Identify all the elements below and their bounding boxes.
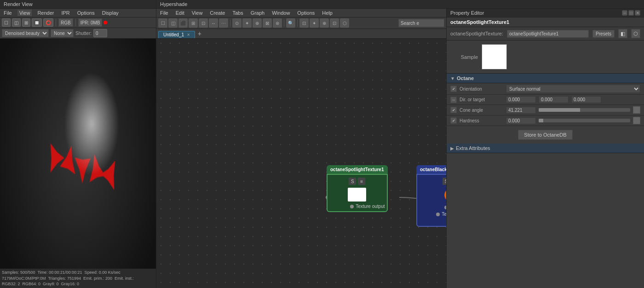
cone-value-field[interactable] bbox=[506, 107, 536, 114]
tb-btn-2[interactable]: ◫ bbox=[12, 18, 21, 27]
menu-ipr[interactable]: IPR bbox=[59, 10, 71, 16]
dir-target-check[interactable] bbox=[450, 97, 457, 103]
prop-name-row: octaneSpotlightTexture: Presets ◧ ⬡ bbox=[447, 27, 644, 40]
hypershade-toolbar: ☐ ◫ ⬛ ⊞ ⊡ ↔ ⋯ ⊙ ✦ ⊕ ⊠ ⊛ 🔍 ⊡ bbox=[156, 17, 446, 29]
cone-check[interactable] bbox=[450, 107, 457, 113]
render-view-title: Render View bbox=[0, 0, 156, 9]
hs-btn-16[interactable]: ⊡ bbox=[330, 18, 339, 28]
dir-y-field[interactable] bbox=[539, 96, 569, 103]
hs-btn-4[interactable]: ⊞ bbox=[189, 18, 198, 28]
hs-btn-8[interactable]: ⊙ bbox=[232, 18, 242, 28]
render-image: (function() { var c = document.getElemen… bbox=[0, 39, 156, 269]
hs-menu-window[interactable]: Window bbox=[270, 10, 292, 16]
node-name-input[interactable] bbox=[507, 30, 589, 38]
dir-x-field[interactable] bbox=[506, 96, 536, 103]
win-close[interactable]: ✕ bbox=[635, 10, 640, 16]
hs-btn-15[interactable]: ⊕ bbox=[320, 18, 329, 28]
right-section: Hypershade File Edit View Create Tabs Gr… bbox=[156, 0, 644, 288]
menu-display[interactable]: Display bbox=[100, 10, 121, 16]
render-status: Samples: 500/500 Time: 00:00:21/00:00:21… bbox=[0, 269, 156, 288]
hardness-label: Hardness bbox=[460, 118, 503, 123]
hs-menu-edit[interactable]: Edit bbox=[174, 10, 186, 16]
prop-icon-btn-2[interactable]: ⬡ bbox=[631, 29, 640, 38]
spotlight-preview bbox=[348, 188, 366, 202]
hs-btn-12[interactable]: ⊛ bbox=[273, 18, 282, 28]
beauty-dropdown[interactable]: Denoised beauty bbox=[2, 29, 49, 37]
hs-menu-graph[interactable]: Graph bbox=[249, 10, 267, 16]
hs-btn-6[interactable]: ↔ bbox=[209, 18, 218, 28]
tb-btn-5[interactable]: ⭕ bbox=[43, 18, 53, 27]
menu-render[interactable]: Render bbox=[35, 10, 56, 16]
render-toolbar2: Denoised beauty None Shutter: bbox=[0, 28, 156, 39]
octane-arrow-icon: ▼ bbox=[450, 76, 455, 81]
blackbody-icons: S ≡ bbox=[419, 177, 446, 186]
dir-z-field[interactable] bbox=[571, 96, 601, 103]
hs-menu-view[interactable]: View bbox=[190, 10, 205, 16]
hs-btn-3[interactable]: ⬛ bbox=[178, 18, 188, 28]
hs-btn-9[interactable]: ✦ bbox=[242, 18, 252, 28]
shutter-input[interactable] bbox=[93, 29, 107, 37]
octane-section-title: Octane bbox=[457, 75, 474, 81]
tb-btn-4[interactable]: 🔲 bbox=[32, 18, 42, 27]
hardness-value-field[interactable] bbox=[506, 117, 536, 124]
tb-btn-1[interactable]: ☐ bbox=[2, 18, 11, 27]
menu-file[interactable]: File bbox=[2, 10, 14, 16]
hardness-slider-fill bbox=[539, 119, 543, 122]
cone-angle-row: Cone angle bbox=[447, 105, 644, 115]
search-input[interactable] bbox=[398, 19, 444, 27]
ipr-label: RGB bbox=[58, 18, 73, 27]
hardness-sq-btn[interactable] bbox=[633, 117, 640, 124]
tb-btn-3[interactable]: ⊞ bbox=[22, 18, 30, 27]
hypershade-area: File Edit View Create Tabs Graph Window … bbox=[156, 9, 446, 288]
none-dropdown[interactable]: None bbox=[51, 29, 74, 37]
bb-out1-port[interactable] bbox=[444, 206, 446, 209]
hs-btn-17[interactable]: ⬡ bbox=[340, 18, 349, 28]
hypershade-menu: File Edit View Create Tabs Graph Window … bbox=[156, 9, 446, 17]
window-controls: ─ □ ✕ bbox=[622, 10, 640, 16]
hs-btn-1[interactable]: ☐ bbox=[158, 18, 167, 28]
hs-btn-13[interactable]: ⊡ bbox=[299, 18, 309, 28]
hs-menu-help[interactable]: Help bbox=[320, 10, 334, 16]
cone-sq-btn[interactable] bbox=[633, 106, 640, 114]
hs-menu-file[interactable]: File bbox=[158, 10, 170, 16]
menu-options[interactable]: Options bbox=[75, 10, 97, 16]
shutter-label: Shutter: bbox=[75, 31, 92, 36]
win-max[interactable]: □ bbox=[628, 10, 634, 16]
hardness-check[interactable] bbox=[450, 117, 457, 124]
hs-btn-mag[interactable]: 🔍 bbox=[286, 18, 295, 28]
octane-section-header[interactable]: ▼ Octane bbox=[447, 74, 644, 83]
extra-attributes-section[interactable]: ▶ Extra Attributes bbox=[447, 144, 644, 153]
node-name-display: octaneSpotlightTexture1 bbox=[447, 17, 644, 27]
bb-out2-port[interactable] bbox=[436, 213, 440, 216]
extra-arrow-icon: ▶ bbox=[450, 146, 454, 151]
presets-button[interactable]: Presets bbox=[592, 30, 615, 38]
hs-btn-2[interactable]: ◫ bbox=[168, 18, 178, 28]
orientation-check[interactable] bbox=[450, 86, 457, 92]
node-canvas[interactable]: octaneSpotlightTexture1 S ≡ Texture outp… bbox=[156, 39, 446, 288]
hs-menu-create[interactable]: Create bbox=[208, 10, 227, 16]
win-min[interactable]: ─ bbox=[622, 10, 627, 16]
node-blackbody[interactable]: octaneBlackBodyEmission1 S ≡ Emission ou… bbox=[416, 165, 446, 227]
hs-menu-tabs[interactable]: Tabs bbox=[230, 10, 245, 16]
cone-slider[interactable] bbox=[539, 108, 630, 112]
prop-icon-btn-1[interactable]: ◧ bbox=[618, 29, 627, 38]
hs-btn-5[interactable]: ⊡ bbox=[199, 18, 208, 28]
menu-view[interactable]: View bbox=[17, 10, 32, 16]
spotlight-output-port[interactable] bbox=[350, 205, 354, 208]
hypershade-title-bar: Hypershade bbox=[156, 0, 644, 9]
hs-btn-10[interactable]: ⊕ bbox=[253, 18, 262, 28]
store-octanedb-button[interactable]: Store to OctaneDB bbox=[518, 130, 572, 140]
tab-untitled1[interactable]: Untitled_1 × bbox=[158, 31, 195, 38]
bb-out3-row: Distribution bbox=[419, 218, 446, 224]
tab-add[interactable]: + bbox=[195, 29, 204, 38]
hs-sep3 bbox=[297, 19, 298, 27]
hs-menu-options[interactable]: Options bbox=[295, 10, 316, 16]
tab-close[interactable]: × bbox=[187, 32, 190, 37]
hs-btn-11[interactable]: ⊠ bbox=[263, 18, 272, 28]
hardness-slider[interactable] bbox=[539, 119, 630, 122]
dir-target-label: Dir. or target bbox=[460, 97, 503, 102]
hs-btn-14[interactable]: ✦ bbox=[310, 18, 319, 28]
orientation-dropdown[interactable]: Surface normal bbox=[506, 85, 640, 93]
node-spotlight[interactable]: octaneSpotlightTexture1 S ≡ Texture outp… bbox=[327, 165, 388, 212]
hs-btn-7[interactable]: ⋯ bbox=[219, 18, 228, 28]
